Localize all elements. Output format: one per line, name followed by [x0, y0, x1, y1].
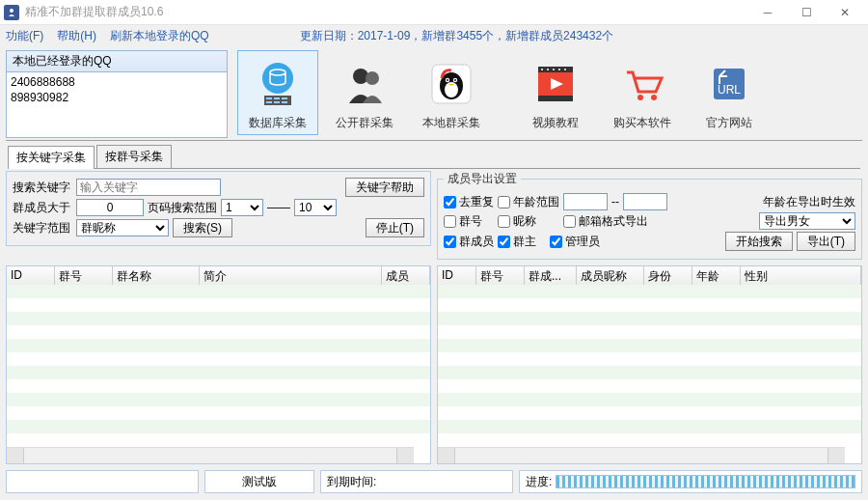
svg-rect-8 — [282, 101, 287, 103]
people-icon — [338, 57, 392, 111]
col-groupno[interactable]: 群号 — [55, 266, 113, 287]
tab-groupno[interactable]: 按群号采集 — [96, 145, 172, 168]
tab-keyword[interactable]: 按关键字采集 — [8, 146, 95, 169]
chk-admin[interactable]: 管理员 — [550, 234, 600, 250]
col-role[interactable]: 身份 — [644, 266, 692, 287]
qq-login-header: 本地已经登录的QQ — [6, 50, 228, 72]
svg-point-0 — [10, 9, 14, 13]
chk-mail[interactable]: 邮箱格式导出 — [563, 213, 648, 230]
keyword-search-group: 搜索关键字 关键字帮助 群成员大于 页码搜索范围 1 —— 10 关键字范围 群… — [6, 171, 431, 246]
chk-dedup[interactable]: 去重复 — [444, 194, 494, 210]
col-intro[interactable]: 简介 — [200, 266, 382, 287]
qq-login-box: 本地已经登录的QQ 2406888688 898930982 — [6, 50, 228, 138]
search-button[interactable]: 搜索(S) — [173, 218, 232, 237]
titlebar: 精准不加群提取群成员10.6 ─ ☐ ✕ — [0, 0, 868, 25]
svg-rect-3 — [266, 97, 272, 99]
age-rule-label: 年龄在导出时生效 — [763, 194, 855, 210]
svg-text:URL: URL — [718, 83, 741, 97]
minimize-button[interactable]: ─ — [748, 0, 787, 25]
start-search-button[interactable]: 开始搜索 — [725, 232, 793, 251]
gender-select[interactable]: 导出男女 — [759, 212, 855, 230]
chk-groupno[interactable]: 群号 — [444, 213, 482, 230]
col-age[interactable]: 年龄 — [692, 266, 741, 287]
svg-point-23 — [553, 69, 555, 70]
page-to-select[interactable]: 10 — [294, 199, 337, 216]
chk-owner[interactable]: 群主 — [498, 234, 536, 250]
col-id[interactable]: ID — [7, 266, 55, 287]
svg-point-1 — [262, 63, 293, 94]
chk-member[interactable]: 群成员 — [444, 234, 494, 250]
toolbar: 数据库采集 公开群采集 本地群采集 视频教程 购买本软件 URL 官方网站 — [237, 50, 770, 138]
hscrollbar[interactable] — [7, 447, 414, 463]
update-info: 更新日期：2017-1-09，新增群3455个，新增群成员243432个 — [300, 28, 613, 44]
svg-rect-7 — [274, 101, 280, 103]
menu-refresh[interactable]: 刷新本地登录的QQ — [110, 28, 209, 44]
cart-icon — [615, 57, 669, 111]
svg-point-25 — [564, 69, 566, 70]
left-table-body — [7, 285, 430, 447]
svg-rect-5 — [282, 97, 287, 99]
right-table-body — [438, 285, 861, 447]
svg-point-10 — [366, 71, 379, 85]
status-box-1 — [6, 470, 199, 493]
col-groupno[interactable]: 群号 — [476, 266, 525, 287]
website-icon: URL — [702, 57, 756, 111]
export-button[interactable]: 导出(T) — [797, 232, 855, 251]
hscrollbar[interactable] — [438, 447, 845, 463]
col-members[interactable]: 成员 — [382, 266, 430, 287]
member-gt-input[interactable] — [76, 199, 144, 216]
expire-label: 到期时间: — [320, 470, 513, 493]
scope-select[interactable]: 群昵称 — [76, 219, 169, 236]
export-legend: 成员导出设置 — [444, 171, 521, 187]
svg-rect-4 — [274, 97, 280, 99]
export-settings-group: 成员导出设置 去重复 年龄范围 -- 年龄在导出时生效 群号 昵称 邮箱格式导出… — [437, 171, 862, 260]
col-id[interactable]: ID — [438, 266, 476, 287]
label-keyword-scope: 关键字范围 — [13, 220, 72, 236]
col-membernick[interactable]: 成员昵称 — [577, 266, 644, 287]
progress-bar — [556, 475, 855, 488]
toolbar-local-collect[interactable]: 本地群采集 — [411, 50, 492, 135]
video-icon — [529, 57, 583, 111]
stop-button[interactable]: 停止(T) — [366, 218, 424, 237]
left-table[interactable]: ID 群号 群名称 简介 成员 — [6, 265, 431, 464]
right-table[interactable]: ID 群号 群成... 成员昵称 身份 年龄 性别 — [437, 265, 862, 464]
keyword-input[interactable] — [76, 179, 221, 196]
chk-age[interactable]: 年龄范围 — [498, 194, 559, 210]
toolbar-buy[interactable]: 购买本软件 — [602, 50, 683, 135]
keyword-help-button[interactable]: 关键字帮助 — [345, 178, 424, 197]
svg-point-27 — [651, 95, 657, 100]
qq-item[interactable]: 2406888688 — [11, 74, 223, 90]
qq-item[interactable]: 898930982 — [11, 90, 223, 105]
label-page-range: 页码搜索范围 — [148, 200, 217, 216]
window-title: 精准不加群提取群成员10.6 — [25, 4, 748, 20]
qq-login-list[interactable]: 2406888688 898930982 — [6, 72, 228, 138]
page-from-select[interactable]: 1 — [221, 199, 263, 216]
toolbar-public-collect[interactable]: 公开群采集 — [324, 50, 405, 135]
svg-point-16 — [447, 79, 448, 81]
maximize-button[interactable]: ☐ — [787, 0, 826, 25]
trial-label: 测试版 — [204, 470, 314, 493]
svg-point-26 — [637, 95, 643, 100]
age-to-input[interactable] — [623, 193, 667, 210]
svg-point-24 — [558, 69, 560, 70]
svg-rect-6 — [266, 101, 272, 103]
svg-rect-19 — [538, 67, 573, 72]
toolbar-db-collect[interactable]: 数据库采集 — [237, 50, 318, 135]
toolbar-video[interactable]: 视频教程 — [515, 50, 596, 135]
svg-point-17 — [454, 79, 456, 81]
database-icon — [251, 57, 305, 111]
col-gender[interactable]: 性别 — [741, 266, 861, 287]
svg-point-21 — [541, 69, 543, 70]
toolbar-website[interactable]: URL 官方网站 — [689, 50, 770, 135]
menu-help[interactable]: 帮助(H) — [57, 28, 96, 44]
col-groupname[interactable]: 群名称 — [113, 266, 200, 287]
qq-penguin-icon — [424, 57, 478, 111]
statusbar: 测试版 到期时间: 进度: — [0, 466, 868, 493]
svg-rect-20 — [538, 96, 573, 101]
menu-func[interactable]: 功能(F) — [6, 28, 43, 44]
chk-nick[interactable]: 昵称 — [498, 213, 536, 230]
svg-rect-2 — [264, 96, 291, 105]
close-button[interactable]: ✕ — [826, 0, 864, 25]
col-memberid[interactable]: 群成... — [525, 266, 577, 287]
age-from-input[interactable] — [563, 193, 608, 210]
